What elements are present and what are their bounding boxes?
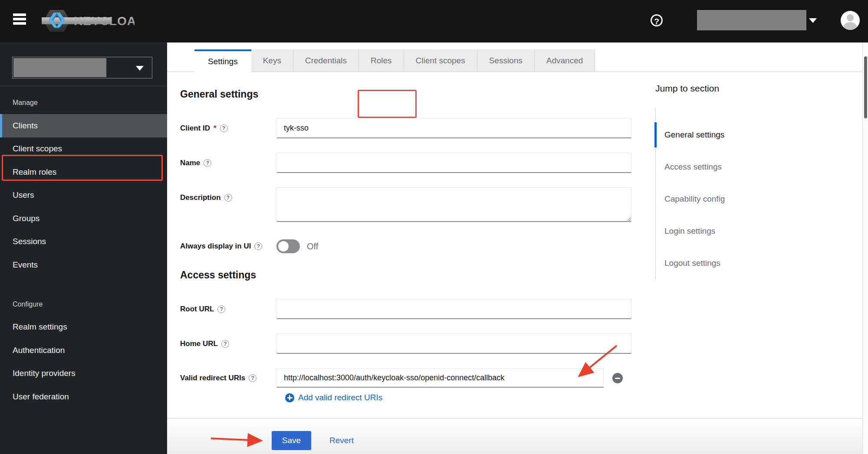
sidebar-item-label: Identity providers [13,369,76,378]
home-url-input[interactable] [276,333,631,354]
tab[interactable]: Credentials [293,49,359,72]
name-input[interactable] [276,153,631,173]
tab-label: Advanced [546,56,583,65]
hamburger-menu-icon[interactable] [13,13,26,26]
sidebar-item[interactable]: Clients [0,114,167,137]
remove-redirect-uri-button[interactable] [612,373,623,383]
tab[interactable]: Advanced [535,49,595,72]
help-icon[interactable]: ? [224,194,232,202]
chevron-down-icon[interactable] [809,18,817,23]
annotation-box-settings-tab [358,90,417,118]
page-scrollbar[interactable] [862,42,868,454]
tab-label: Credentials [305,56,347,65]
manage-items: Clients Client scopes Realm roles Users … [0,114,167,277]
always-display-label: Always display in UI ? [180,236,262,256]
sidebar-item[interactable]: Sessions [0,230,167,254]
sidebar-item[interactable]: Users [0,184,167,207]
help-icon[interactable]: ? [221,340,229,348]
configure-items: Realm settings Authentication Identity p… [0,316,167,408]
realm-selector-redacted-value [13,58,106,77]
nav-group-configure: Configure [0,293,167,316]
scrollbar-thumb[interactable] [864,56,867,118]
tab[interactable]: Sessions [477,49,535,72]
client-id-input[interactable] [276,118,631,138]
jump-link[interactable]: Login settings [656,215,799,247]
chevron-down-icon [136,66,144,71]
logo-wordmark: KEYCLOAK [74,14,135,28]
help-icon[interactable]: ? [651,14,663,26]
jump-links: General settings Access settings Capabil… [655,108,799,279]
form-action-bar: Save Revert [167,418,868,454]
sidebar-item[interactable]: Identity providers [0,362,167,385]
jump-heading: Jump to section [655,83,799,94]
plus-circle-icon [285,393,294,402]
nav-group-manage: Manage [0,91,167,114]
add-redirect-uri-label: Add valid redirect URIs [298,393,382,402]
sidebar-nav: Manage Clients Client scopes Realm roles… [0,91,167,408]
tab-label: Sessions [489,56,523,65]
sidebar-item-label: Realm settings [13,322,67,332]
sidebar-item-label: Groups [13,214,39,223]
revert-link[interactable]: Revert [329,431,354,450]
add-redirect-uri-link[interactable]: Add valid redirect URIs [285,393,382,402]
tab[interactable]: Settings [194,49,251,74]
sidebar-item[interactable]: User federation [0,385,167,408]
sidebar-item-label: Users [13,190,34,200]
tab-label: Settings [208,57,238,66]
description-textarea[interactable] [276,187,631,222]
jump-link-label: Logout settings [664,258,720,268]
sidebar-item-label: Client scopes [13,144,62,154]
keycloak-logo: KEYCLOAK [42,8,135,36]
help-icon[interactable]: ? [217,305,225,313]
sidebar-item[interactable]: Groups [0,207,167,230]
jump-link-label: Access settings [664,162,722,172]
tab-label: Client scopes [416,56,465,65]
top-bar: KEYCLOAK ? [0,0,868,42]
general-settings-heading: General settings [180,88,258,100]
sidebar-item[interactable]: Authentication [0,339,167,362]
client-id-label: Client ID * ? [180,118,228,138]
client-tabs: Settings Keys Credentials Roles Client s… [194,49,595,74]
required-asterisk: * [214,124,217,133]
sidebar-item[interactable]: Events [0,253,167,277]
help-icon[interactable]: ? [249,374,256,382]
sidebar-item-label: Events [13,260,38,270]
tab-label: Keys [263,56,281,65]
jump-to-section-panel: Jump to section General settings Access … [655,83,799,279]
redirect-uri-input[interactable] [276,368,604,388]
sidebar: Manage Clients Client scopes Realm roles… [0,42,167,454]
jump-link[interactable]: Access settings [656,151,799,183]
sidebar-item-label: Sessions [13,237,46,246]
jump-link-label: Capability config [664,194,725,204]
toggle-knob [278,241,289,251]
avatar[interactable] [841,11,860,30]
jump-link[interactable]: General settings [656,119,799,151]
sidebar-item[interactable]: Realm settings [0,316,167,339]
sidebar-item-label: Realm roles [13,167,56,177]
header-redacted-dropdown[interactable] [697,10,806,30]
tab[interactable]: Roles [359,49,404,72]
realm-selector[interactable] [12,57,152,78]
root-url-input[interactable] [276,299,631,319]
always-display-toggle[interactable] [276,239,300,253]
sidebar-item[interactable]: Client scopes [0,137,167,161]
jump-link-label: General settings [664,130,724,140]
tab[interactable]: Client scopes [404,49,477,72]
help-icon[interactable]: ? [220,124,228,132]
home-url-label: Home URL ? [180,333,229,354]
redirect-uris-label: Valid redirect URIs ? [180,368,256,388]
avatar-shoulders [844,22,857,30]
help-icon[interactable]: ? [254,242,262,250]
sidebar-item[interactable]: Realm roles [0,160,167,184]
jump-link[interactable]: Capability config [656,183,799,215]
description-label: Description ? [180,187,232,208]
jump-link[interactable]: Logout settings [656,247,799,279]
help-icon[interactable]: ? [204,159,211,167]
sidebar-item-label: User federation [13,392,69,402]
sidebar-item-label: Authentication [13,346,65,355]
tab[interactable]: Keys [251,49,293,72]
sidebar-divider [0,86,167,86]
toggle-state-text: Off [307,239,318,253]
save-button[interactable]: Save [272,431,311,450]
access-settings-heading: Access settings [180,269,256,281]
